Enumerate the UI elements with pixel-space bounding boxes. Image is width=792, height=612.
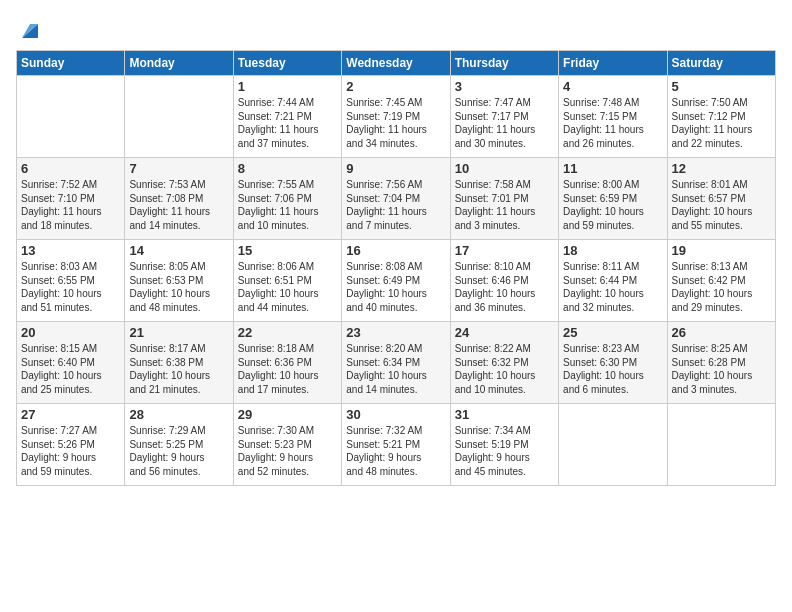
day-info: Sunrise: 8:18 AM Sunset: 6:36 PM Dayligh… (238, 342, 337, 396)
day-info: Sunrise: 7:29 AM Sunset: 5:25 PM Dayligh… (129, 424, 228, 478)
calendar-cell: 4Sunrise: 7:48 AM Sunset: 7:15 PM Daylig… (559, 76, 667, 158)
day-info: Sunrise: 8:01 AM Sunset: 6:57 PM Dayligh… (672, 178, 771, 232)
calendar-cell: 9Sunrise: 7:56 AM Sunset: 7:04 PM Daylig… (342, 158, 450, 240)
day-number: 16 (346, 243, 445, 258)
day-number: 18 (563, 243, 662, 258)
logo-icon (18, 14, 42, 42)
day-number: 28 (129, 407, 228, 422)
calendar-cell: 3Sunrise: 7:47 AM Sunset: 7:17 PM Daylig… (450, 76, 558, 158)
calendar-cell: 18Sunrise: 8:11 AM Sunset: 6:44 PM Dayli… (559, 240, 667, 322)
day-header-saturday: Saturday (667, 51, 775, 76)
day-info: Sunrise: 7:48 AM Sunset: 7:15 PM Dayligh… (563, 96, 662, 150)
calendar-cell: 1Sunrise: 7:44 AM Sunset: 7:21 PM Daylig… (233, 76, 341, 158)
day-info: Sunrise: 8:05 AM Sunset: 6:53 PM Dayligh… (129, 260, 228, 314)
day-number: 21 (129, 325, 228, 340)
day-header-wednesday: Wednesday (342, 51, 450, 76)
calendar-cell: 31Sunrise: 7:34 AM Sunset: 5:19 PM Dayli… (450, 404, 558, 486)
calendar-cell: 15Sunrise: 8:06 AM Sunset: 6:51 PM Dayli… (233, 240, 341, 322)
day-info: Sunrise: 7:45 AM Sunset: 7:19 PM Dayligh… (346, 96, 445, 150)
day-number: 13 (21, 243, 120, 258)
day-number: 17 (455, 243, 554, 258)
calendar-table: SundayMondayTuesdayWednesdayThursdayFrid… (16, 50, 776, 486)
day-header-sunday: Sunday (17, 51, 125, 76)
calendar-cell: 22Sunrise: 8:18 AM Sunset: 6:36 PM Dayli… (233, 322, 341, 404)
day-header-thursday: Thursday (450, 51, 558, 76)
page: SundayMondayTuesdayWednesdayThursdayFrid… (0, 0, 792, 612)
calendar-cell: 17Sunrise: 8:10 AM Sunset: 6:46 PM Dayli… (450, 240, 558, 322)
day-info: Sunrise: 7:53 AM Sunset: 7:08 PM Dayligh… (129, 178, 228, 232)
day-number: 11 (563, 161, 662, 176)
calendar-cell: 12Sunrise: 8:01 AM Sunset: 6:57 PM Dayli… (667, 158, 775, 240)
day-info: Sunrise: 8:17 AM Sunset: 6:38 PM Dayligh… (129, 342, 228, 396)
day-number: 14 (129, 243, 228, 258)
calendar-cell: 26Sunrise: 8:25 AM Sunset: 6:28 PM Dayli… (667, 322, 775, 404)
calendar-cell: 20Sunrise: 8:15 AM Sunset: 6:40 PM Dayli… (17, 322, 125, 404)
logo (16, 12, 42, 42)
day-header-friday: Friday (559, 51, 667, 76)
day-number: 26 (672, 325, 771, 340)
day-info: Sunrise: 7:44 AM Sunset: 7:21 PM Dayligh… (238, 96, 337, 150)
day-info: Sunrise: 7:56 AM Sunset: 7:04 PM Dayligh… (346, 178, 445, 232)
day-header-monday: Monday (125, 51, 233, 76)
day-number: 20 (21, 325, 120, 340)
calendar-week-1: 1Sunrise: 7:44 AM Sunset: 7:21 PM Daylig… (17, 76, 776, 158)
day-number: 24 (455, 325, 554, 340)
calendar-cell: 10Sunrise: 7:58 AM Sunset: 7:01 PM Dayli… (450, 158, 558, 240)
calendar-week-4: 20Sunrise: 8:15 AM Sunset: 6:40 PM Dayli… (17, 322, 776, 404)
calendar-cell: 8Sunrise: 7:55 AM Sunset: 7:06 PM Daylig… (233, 158, 341, 240)
day-number: 19 (672, 243, 771, 258)
header (16, 12, 776, 42)
day-number: 29 (238, 407, 337, 422)
calendar-header-row: SundayMondayTuesdayWednesdayThursdayFrid… (17, 51, 776, 76)
calendar-cell: 30Sunrise: 7:32 AM Sunset: 5:21 PM Dayli… (342, 404, 450, 486)
day-number: 31 (455, 407, 554, 422)
calendar-cell: 7Sunrise: 7:53 AM Sunset: 7:08 PM Daylig… (125, 158, 233, 240)
day-info: Sunrise: 8:08 AM Sunset: 6:49 PM Dayligh… (346, 260, 445, 314)
calendar-cell (125, 76, 233, 158)
day-info: Sunrise: 7:50 AM Sunset: 7:12 PM Dayligh… (672, 96, 771, 150)
calendar-cell (667, 404, 775, 486)
day-number: 12 (672, 161, 771, 176)
calendar-cell: 13Sunrise: 8:03 AM Sunset: 6:55 PM Dayli… (17, 240, 125, 322)
calendar-cell: 16Sunrise: 8:08 AM Sunset: 6:49 PM Dayli… (342, 240, 450, 322)
calendar-week-5: 27Sunrise: 7:27 AM Sunset: 5:26 PM Dayli… (17, 404, 776, 486)
calendar-cell: 2Sunrise: 7:45 AM Sunset: 7:19 PM Daylig… (342, 76, 450, 158)
day-number: 4 (563, 79, 662, 94)
calendar-cell: 28Sunrise: 7:29 AM Sunset: 5:25 PM Dayli… (125, 404, 233, 486)
day-info: Sunrise: 7:47 AM Sunset: 7:17 PM Dayligh… (455, 96, 554, 150)
day-info: Sunrise: 7:34 AM Sunset: 5:19 PM Dayligh… (455, 424, 554, 478)
day-info: Sunrise: 8:15 AM Sunset: 6:40 PM Dayligh… (21, 342, 120, 396)
day-number: 3 (455, 79, 554, 94)
day-number: 25 (563, 325, 662, 340)
day-info: Sunrise: 8:22 AM Sunset: 6:32 PM Dayligh… (455, 342, 554, 396)
calendar-cell: 24Sunrise: 8:22 AM Sunset: 6:32 PM Dayli… (450, 322, 558, 404)
day-info: Sunrise: 8:13 AM Sunset: 6:42 PM Dayligh… (672, 260, 771, 314)
day-info: Sunrise: 8:20 AM Sunset: 6:34 PM Dayligh… (346, 342, 445, 396)
day-number: 22 (238, 325, 337, 340)
day-number: 5 (672, 79, 771, 94)
day-info: Sunrise: 7:30 AM Sunset: 5:23 PM Dayligh… (238, 424, 337, 478)
day-number: 2 (346, 79, 445, 94)
calendar-cell: 6Sunrise: 7:52 AM Sunset: 7:10 PM Daylig… (17, 158, 125, 240)
calendar-cell: 5Sunrise: 7:50 AM Sunset: 7:12 PM Daylig… (667, 76, 775, 158)
calendar-cell: 25Sunrise: 8:23 AM Sunset: 6:30 PM Dayli… (559, 322, 667, 404)
day-info: Sunrise: 8:23 AM Sunset: 6:30 PM Dayligh… (563, 342, 662, 396)
day-number: 7 (129, 161, 228, 176)
calendar-cell: 27Sunrise: 7:27 AM Sunset: 5:26 PM Dayli… (17, 404, 125, 486)
day-info: Sunrise: 8:10 AM Sunset: 6:46 PM Dayligh… (455, 260, 554, 314)
calendar-cell: 29Sunrise: 7:30 AM Sunset: 5:23 PM Dayli… (233, 404, 341, 486)
calendar-cell (559, 404, 667, 486)
calendar-cell: 14Sunrise: 8:05 AM Sunset: 6:53 PM Dayli… (125, 240, 233, 322)
day-number: 15 (238, 243, 337, 258)
calendar-cell (17, 76, 125, 158)
calendar-cell: 19Sunrise: 8:13 AM Sunset: 6:42 PM Dayli… (667, 240, 775, 322)
day-info: Sunrise: 7:58 AM Sunset: 7:01 PM Dayligh… (455, 178, 554, 232)
day-info: Sunrise: 8:03 AM Sunset: 6:55 PM Dayligh… (21, 260, 120, 314)
day-header-tuesday: Tuesday (233, 51, 341, 76)
day-info: Sunrise: 8:11 AM Sunset: 6:44 PM Dayligh… (563, 260, 662, 314)
day-number: 27 (21, 407, 120, 422)
day-number: 9 (346, 161, 445, 176)
day-info: Sunrise: 7:55 AM Sunset: 7:06 PM Dayligh… (238, 178, 337, 232)
calendar-cell: 21Sunrise: 8:17 AM Sunset: 6:38 PM Dayli… (125, 322, 233, 404)
day-number: 1 (238, 79, 337, 94)
